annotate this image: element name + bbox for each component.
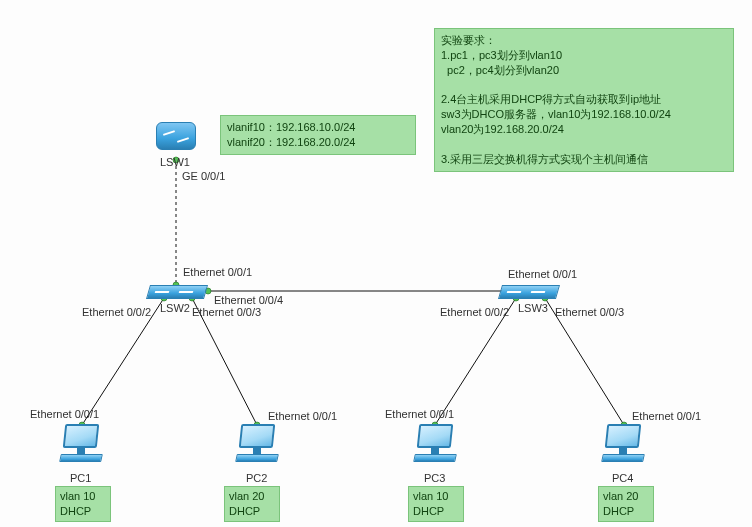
pc4-dhcp: DHCP [603, 505, 634, 517]
pc-monitor-icon [63, 424, 100, 448]
req-title: 实验要求： [441, 34, 496, 46]
device-pc3[interactable] [414, 424, 456, 470]
pc1-vlan: vlan 10 [60, 490, 95, 502]
pc-monitor-icon [417, 424, 454, 448]
port-lsw1-ge001: GE 0/0/1 [182, 170, 225, 182]
port-pc2-e001: Ethernet 0/0/1 [268, 410, 337, 422]
pc2-dhcp: DHCP [229, 505, 260, 517]
pc2-vlan: vlan 20 [229, 490, 264, 502]
pc4-vlan-note[interactable]: vlan 20 DHCP [598, 486, 654, 522]
pc1-vlan-note[interactable]: vlan 10 DHCP [55, 486, 111, 522]
pc1-dhcp: DHCP [60, 505, 91, 517]
port-pc3-e001: Ethernet 0/0/1 [385, 408, 454, 420]
port-lsw2-e003: Ethernet 0/0/3 [192, 306, 261, 318]
req-1a: 1.pc1，pc3划分到vlan10 [441, 49, 562, 61]
port-pc4-e001: Ethernet 0/0/1 [632, 410, 701, 422]
pc-base-icon [235, 454, 279, 462]
pc2-vlan-note[interactable]: vlan 20 DHCP [224, 486, 280, 522]
router-icon [156, 122, 196, 150]
pc3-vlan-note[interactable]: vlan 10 DHCP [408, 486, 464, 522]
pc-monitor-icon [239, 424, 276, 448]
req-1b: pc2，pc4划分到vlan20 [441, 64, 559, 76]
label-lsw2: LSW2 [160, 302, 190, 314]
vlanif-line2: vlanif20：192.168.20.0/24 [227, 136, 355, 148]
label-lsw1: LSW1 [160, 156, 190, 168]
port-lsw2-e004: Ethernet 0/0/4 [214, 294, 283, 306]
label-pc4: PC4 [612, 472, 633, 484]
port-pc1-e001: Ethernet 0/0/1 [30, 408, 99, 420]
req-2c: vlan20为192.168.20.0/24 [441, 123, 564, 135]
vlanif-line1: vlanif10：192.168.10.0/24 [227, 121, 355, 133]
pc-base-icon [59, 454, 103, 462]
switch-icon [146, 285, 208, 299]
req-2a: 2.4台主机采用DHCP得方式自动获取到ip地址 [441, 93, 661, 105]
topology-canvas: vlanif10：192.168.10.0/24 vlanif20：192.16… [0, 0, 752, 527]
device-pc2[interactable] [236, 424, 278, 470]
label-pc2: PC2 [246, 472, 267, 484]
port-lsw3-e001: Ethernet 0/0/1 [508, 268, 577, 280]
device-pc4[interactable] [602, 424, 644, 470]
pc-base-icon [413, 454, 457, 462]
device-lsw1[interactable] [156, 122, 196, 158]
req-2b: sw3为DHCO服务器，vlan10为192.168.10.0/24 [441, 108, 671, 120]
pc-base-icon [601, 454, 645, 462]
port-lsw2-e002: Ethernet 0/0/2 [82, 306, 151, 318]
requirements-note[interactable]: 实验要求： 1.pc1，pc3划分到vlan10 pc2，pc4划分到vlan2… [434, 28, 734, 172]
vlanif-note[interactable]: vlanif10：192.168.10.0/24 vlanif20：192.16… [220, 115, 416, 155]
label-lsw3: LSW3 [518, 302, 548, 314]
label-pc3: PC3 [424, 472, 445, 484]
port-lsw3-e002: Ethernet 0/0/2 [440, 306, 509, 318]
pc-monitor-icon [605, 424, 642, 448]
pc3-vlan: vlan 10 [413, 490, 448, 502]
switch-icon [498, 285, 560, 299]
port-lsw3-e003: Ethernet 0/0/3 [555, 306, 624, 318]
device-pc1[interactable] [60, 424, 102, 470]
port-lsw2-e001: Ethernet 0/0/1 [183, 266, 252, 278]
pc4-vlan: vlan 20 [603, 490, 638, 502]
req-3: 3.采用三层交换机得方式实现个主机间通信 [441, 153, 648, 165]
pc3-dhcp: DHCP [413, 505, 444, 517]
label-pc1: PC1 [70, 472, 91, 484]
